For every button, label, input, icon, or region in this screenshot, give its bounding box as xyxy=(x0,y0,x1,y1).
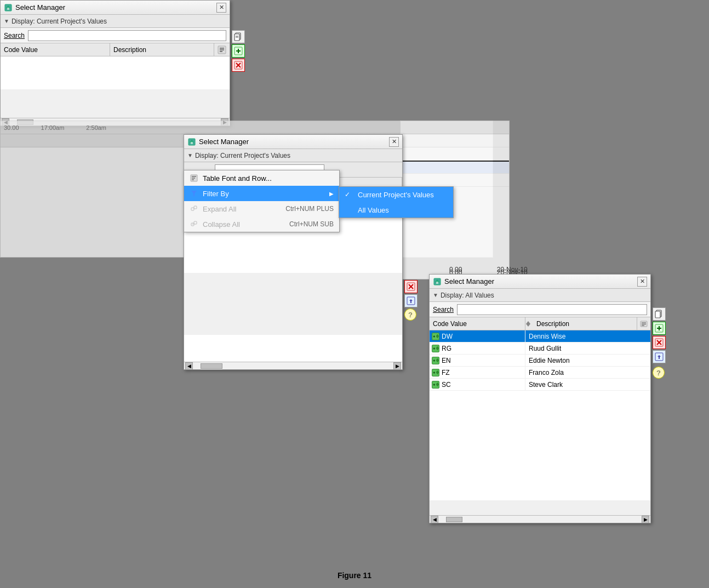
window-icon-2 xyxy=(187,138,196,146)
desc-rg: Ruud Gullit xyxy=(525,342,650,354)
code-fz: FZ xyxy=(442,369,450,376)
scroll-thumb-2[interactable] xyxy=(201,363,222,369)
expand-all-label: Expand All xyxy=(203,205,270,213)
window-icon-1 xyxy=(4,3,13,12)
toolbar-help-btn-2[interactable]: ? xyxy=(404,309,416,321)
chevron-down-icon-1: ▼ xyxy=(4,18,9,24)
submenu-all-values-label: All Values xyxy=(358,206,389,214)
window-3-empty-space xyxy=(430,391,650,500)
window-3-search-label: Search xyxy=(433,306,454,313)
sort-icon[interactable] xyxy=(525,320,533,328)
window-2-filter-label: Display: Current Project's Values xyxy=(195,152,290,159)
table-row-en[interactable]: EN Eddie Newton xyxy=(430,355,650,367)
row-icon-rg xyxy=(432,345,439,352)
scroll-right-2[interactable]: ▶ xyxy=(393,362,401,370)
toolbar-copy-btn-3[interactable] xyxy=(653,307,666,321)
code-en: EN xyxy=(442,357,451,364)
table-row-rg[interactable]: RG Ruud Gullit xyxy=(430,342,650,355)
cell-code-rg: RG xyxy=(430,342,525,354)
window-1-col-header: Code Value Description xyxy=(1,43,230,56)
toolbar-add-btn-1[interactable] xyxy=(232,44,245,58)
toolbar-delete-btn-3[interactable] xyxy=(653,336,666,349)
svg-marker-35 xyxy=(526,324,530,327)
scroll-left-3[interactable]: ◀ xyxy=(431,516,438,523)
submenu-item-all-values[interactable]: ✓ All Values xyxy=(339,202,453,218)
title-bar-2: Select Manager ✕ xyxy=(184,135,402,149)
scroll-thumb-3[interactable] xyxy=(446,517,462,522)
collapse-all-label: Collapse All xyxy=(203,220,274,229)
collapse-all-icon xyxy=(190,220,198,229)
window-1[interactable]: Select Manager ✕ ▼ Display: Current Proj… xyxy=(0,0,230,126)
filter-by-arrow: ▶ xyxy=(329,191,334,197)
filter-by-icon xyxy=(190,189,198,198)
window-1-search-row: Search xyxy=(1,28,230,43)
check-mark-icon: ✓ xyxy=(345,191,353,198)
expand-all-shortcut: Ctrl+NUM PLUS xyxy=(285,205,334,213)
scroll-left-2[interactable]: ◀ xyxy=(185,362,193,370)
desc-sc: Steve Clark xyxy=(525,379,650,390)
window-3-search-row: Search xyxy=(430,302,650,317)
menu-item-filter-by[interactable]: Filter By ▶ xyxy=(184,186,339,201)
window-3-filter-label: Display: All Values xyxy=(441,292,494,299)
table-font-icon xyxy=(190,174,198,182)
svg-marker-34 xyxy=(526,321,530,324)
code-rg: RG xyxy=(442,345,451,352)
cell-code-fz: FZ xyxy=(430,367,525,378)
toolbar-delete-btn-1[interactable] xyxy=(232,59,245,72)
window-3-table: DW Dennis Wise RG Ruud Gullit xyxy=(430,330,650,391)
table-row-dw[interactable]: DW Dennis Wise xyxy=(430,330,650,342)
window-1-filter-bar[interactable]: ▼ Display: Current Project's Values xyxy=(1,15,230,28)
desc-dw: Dennis Wise xyxy=(525,330,650,342)
chevron-down-icon-3: ▼ xyxy=(433,292,438,298)
toolbar-copy-btn-1[interactable] xyxy=(232,30,245,43)
row-icon-en xyxy=(432,357,439,364)
window-2-title: Select Manager xyxy=(199,138,249,146)
menu-item-expand-all: Expand All Ctrl+NUM PLUS xyxy=(184,201,339,216)
window-2-scrollbar[interactable]: ◀ ▶ xyxy=(184,362,402,369)
svg-marker-26 xyxy=(191,191,197,196)
title-bar-3: Select Manager ✕ xyxy=(430,275,650,289)
toolbar-add-btn-3[interactable] xyxy=(653,322,666,335)
row-icon-sc xyxy=(432,381,439,389)
menu-item-collapse-all: Collapse All Ctrl+NUM SUB xyxy=(184,216,339,232)
window-1-filter-label: Display: Current Project's Values xyxy=(12,18,107,25)
svg-rect-1 xyxy=(7,8,9,10)
chevron-down-icon-2: ▼ xyxy=(187,152,193,158)
toolbar-help-btn-3[interactable]: ? xyxy=(653,367,665,379)
menu-item-table-font[interactable]: Table Font and Row... xyxy=(184,170,339,186)
svg-rect-41 xyxy=(655,311,660,318)
svg-rect-30 xyxy=(194,221,197,224)
window-2-filter-bar[interactable]: ▼ Display: Current Project's Values xyxy=(184,149,402,162)
cell-code-sc: SC xyxy=(430,379,525,390)
window-3-search-input[interactable] xyxy=(457,304,647,315)
submenu-item-current-project[interactable]: ✓ Current Project's Values xyxy=(339,187,453,202)
svg-rect-27 xyxy=(191,208,194,210)
window-3-filter-bar[interactable]: ▼ Display: All Values xyxy=(430,289,650,302)
window-1-title: Select Manager xyxy=(15,3,65,12)
window-1-close[interactable]: ✕ xyxy=(216,3,226,13)
window-1-search-label: Search xyxy=(4,32,25,39)
code-dw: DW xyxy=(442,333,453,340)
scroll-right-3[interactable]: ▶ xyxy=(642,516,649,523)
window-1-col-desc: Description xyxy=(110,43,214,56)
window-3-scrollbar[interactable]: ◀ ▶ xyxy=(430,515,650,523)
window-1-search-input[interactable] xyxy=(28,30,226,41)
table-row-sc[interactable]: SC Steve Clark xyxy=(430,379,650,391)
context-menu[interactable]: Table Font and Row... Filter By ▶ Expand… xyxy=(184,170,340,232)
collapse-all-shortcut: Ctrl+NUM SUB xyxy=(289,220,334,228)
window-2-close[interactable]: ✕ xyxy=(389,137,399,147)
window-3-close[interactable]: ✕ xyxy=(637,277,647,287)
window-icon-3 xyxy=(433,277,442,286)
cell-code-en: EN xyxy=(430,355,525,366)
table-row-fz[interactable]: FZ Franco Zola xyxy=(430,367,650,379)
toolbar-export-btn-3[interactable] xyxy=(653,350,666,363)
window-3-title: Select Manager xyxy=(444,277,494,286)
col-header-icon[interactable] xyxy=(214,45,230,54)
toolbar-delete-btn-2[interactable] xyxy=(404,280,418,293)
submenu[interactable]: ✓ Current Project's Values ✓ All Values xyxy=(339,186,454,218)
toolbar-export-btn-2[interactable] xyxy=(404,294,418,307)
window-3-col-header: Code Value Description xyxy=(430,317,650,330)
col-header-menu-icon[interactable] xyxy=(637,320,650,328)
desc-en: Eddie Newton xyxy=(525,355,650,366)
window-3[interactable]: Select Manager ✕ ▼ Display: All Values S… xyxy=(429,274,651,523)
